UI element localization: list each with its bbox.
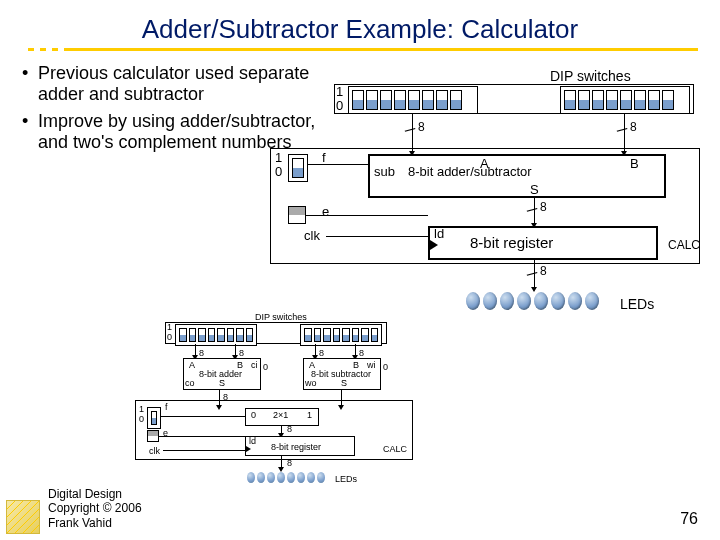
label-clk: clk [304,228,320,243]
label-S: S [530,182,539,197]
label-reg: 8-bit register [271,442,321,452]
bit-1: 1 [167,322,172,332]
bus-8: 8 [239,348,244,358]
label-addsub: 8-bit adder/subtractor [408,164,532,179]
bus-8: 8 [199,348,204,358]
label-leds: LEDs [335,474,357,484]
mux-label: 2×1 [273,410,288,420]
led-row-small [247,472,325,483]
footer: Digital Design Copyright © 2006 Frank Va… [48,487,142,530]
bus-8: 8 [630,120,637,134]
bus-8: 8 [319,348,324,358]
label-e: e [322,204,329,219]
bit-0: 0 [275,164,282,179]
bus-8: 8 [287,458,292,468]
label-ci: ci [251,360,258,370]
bit-1: 1 [275,150,282,165]
corner-decoration [6,500,40,534]
zero-in: 0 [263,362,268,372]
bit-0: 0 [336,98,343,113]
footer-line: Digital Design [48,487,142,501]
label-ld: ld [434,226,444,241]
dip-switch-b-small [300,324,382,346]
bus-8: 8 [287,424,292,434]
bullet-item: Improve by using adder/subtractor, and t… [22,111,322,153]
f-switch [288,154,308,182]
label-ld: ld [249,436,256,446]
label-calc: CALC [668,238,700,252]
label-co: co [185,378,195,388]
bus-8: 8 [540,264,547,278]
clock-triangle-icon [246,446,251,452]
bus-8: 8 [223,392,228,402]
label-reg: 8-bit register [470,234,553,251]
label-clk: clk [149,446,160,456]
f-switch-small [147,407,161,429]
diagram-improved: DIP switches 1 0 / 8 / 8 1 0 f A B sub 8… [330,68,700,318]
label-sub: sub [374,164,395,179]
bit-1: 1 [336,84,343,99]
label-B: B [630,156,639,171]
zero-in: 0 [383,362,388,372]
bit-0: 0 [139,414,144,424]
label-f: f [165,402,168,412]
led-row [466,292,599,310]
dip-label-small: DIP switches [255,312,307,322]
dip-label: DIP switches [550,68,631,84]
bus-8: 8 [418,120,425,134]
dip-switch-a [348,86,478,114]
label-S: S [341,378,347,388]
diagram-previous: DIP switches 1 0 8 8 8 8 A B ci 8-bit ad… [155,312,460,492]
bit-0: 0 [167,332,172,342]
mux-1: 1 [307,410,312,420]
e-switch-small [147,430,159,442]
e-switch [288,206,306,224]
label-f: f [322,150,326,165]
bus-8: 8 [540,200,547,214]
bullet-item: Previous calculator used separate adder … [22,63,322,105]
label-A: A [189,360,195,370]
label-wo: wo [305,378,317,388]
label-calc: CALC [383,444,407,454]
dip-switch-a-small [175,324,257,346]
footer-line: Frank Vahid [48,516,142,530]
label-S: S [219,378,225,388]
label-leds: LEDs [620,296,654,312]
bus-8: 8 [359,348,364,358]
clock-triangle-icon [430,240,438,250]
bullet-list: Previous calculator used separate adder … [22,63,322,153]
dip-switch-b [560,86,690,114]
footer-line: Copyright © 2006 [48,501,142,515]
mux-0: 0 [251,410,256,420]
page-number: 76 [680,510,698,528]
bit-1: 1 [139,404,144,414]
slide-title: Adder/Subtractor Example: Calculator [0,0,720,45]
